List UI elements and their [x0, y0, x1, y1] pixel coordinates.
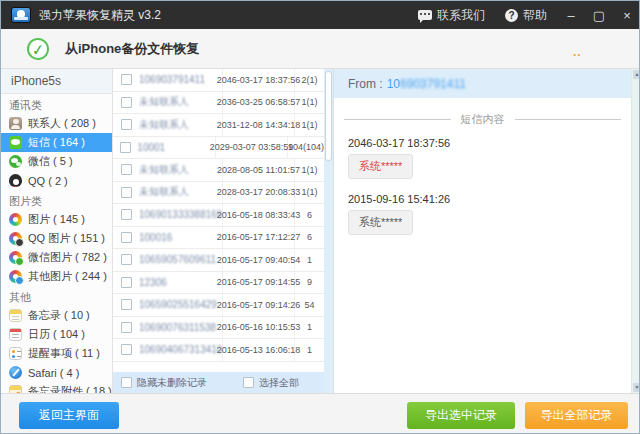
sidebar-item-qq[interactable]: QQ ( 2 ): [1, 171, 112, 190]
table-row[interactable]: 106900763115382016-05-16 10:15:531: [113, 317, 324, 340]
message-timestamp: 2015-09-16 15:41:26: [348, 193, 631, 205]
message-bubble: 系统*****: [348, 154, 413, 179]
close-button[interactable]: ×: [613, 1, 640, 29]
checkmark-circle-icon: ✓: [26, 36, 50, 60]
date-cell: 2016-05-17 09:14:26: [223, 294, 295, 316]
export-all-button[interactable]: 导出全部记录: [525, 402, 628, 429]
count-cell: 1(1): [295, 120, 324, 130]
select-all-checkbox[interactable]: [243, 377, 254, 388]
sms-conversation-table: 1069037914112046-03-17 18:37:562(1)未知联系人…: [113, 69, 324, 393]
qq-photos-icon: [9, 232, 22, 245]
sidebar-item-label: 联系人 ( 208 ): [28, 116, 96, 131]
sidebar-item-label: QQ 图片 ( 151 ): [28, 231, 105, 246]
table-row[interactable]: 1000162016-05-17 17:12:276: [113, 227, 324, 250]
row-checkbox[interactable]: [121, 97, 132, 108]
count-cell: 1: [295, 255, 324, 265]
sidebar-item-reminders[interactable]: 提醒事项 ( 11 ): [1, 344, 112, 363]
sender-cell: 1069040673134106: [139, 339, 223, 361]
count-cell: 1(1): [295, 97, 324, 107]
table-scrollbar[interactable]: [324, 69, 333, 393]
sender-cell: 12306: [139, 272, 223, 294]
table-row[interactable]: 100012029-03-07 03:58:59104(104): [113, 137, 324, 160]
sidebar-item-notes-attachments[interactable]: 备忘录附件 ( 18 ): [1, 382, 112, 393]
mode-toolbar: ✓ 从iPhone备份文件恢复 ..: [1, 29, 640, 69]
table-row[interactable]: 10690406731341062016-05-13 16:06:181: [113, 339, 324, 362]
row-checkbox[interactable]: [120, 142, 131, 153]
table-row[interactable]: 106590255164292016-05-17 09:14:2654: [113, 294, 324, 317]
row-checkbox[interactable]: [121, 232, 132, 243]
row-checkbox[interactable]: [121, 164, 132, 175]
sender-cell: 106901333388169: [139, 204, 223, 226]
row-checkbox[interactable]: [121, 299, 132, 310]
from-header: From : 106903791411: [334, 69, 631, 98]
help-label: 帮助: [523, 7, 547, 24]
sidebar-item-label: 日历 ( 104 ): [28, 327, 85, 342]
table-row[interactable]: 未知联系人2028-03-17 20:08:331(1): [113, 182, 324, 205]
count-cell: 1: [295, 322, 324, 332]
table-row[interactable]: 未知联系人2031-12-08 14:34:181(1): [113, 114, 324, 137]
chat-bubble-icon: [418, 10, 432, 20]
row-checkbox[interactable]: [121, 119, 132, 130]
row-checkbox[interactable]: [121, 187, 132, 198]
date-cell: 2028-03-17 20:08:33: [223, 182, 295, 204]
detail-scrollbar[interactable]: ▲ ▼: [631, 69, 640, 393]
table-scrollbar-thumb[interactable]: [325, 71, 332, 161]
row-checkbox[interactable]: [121, 254, 132, 265]
sidebar-item-qq-photos[interactable]: QQ 图片 ( 151 ): [1, 229, 112, 248]
qq-icon: [9, 174, 22, 187]
category-sidebar: iPhone5s 通讯类 联系人 ( 208 ) 短信 ( 164 ) 微信 (…: [1, 69, 113, 393]
hide-undeleted-checkbox[interactable]: [121, 377, 132, 388]
notes-attachment-icon: [9, 385, 22, 393]
table-row[interactable]: 1069037914112046-03-17 18:37:562(1): [113, 69, 324, 92]
date-cell: 2016-05-16 10:15:53: [223, 317, 295, 339]
sidebar-item-label: 微信图片 ( 782 ): [28, 250, 107, 265]
export-selected-button[interactable]: 导出选中记录: [407, 402, 515, 429]
sidebar-item-label: 备忘录 ( 10 ): [28, 308, 90, 323]
date-cell: 2016-05-18 08:33:43: [223, 204, 295, 226]
sender-cell: 106903791411: [139, 69, 223, 91]
message-item: 2015-09-16 15:41:26 系统*****: [348, 193, 631, 235]
count-cell: 54: [295, 300, 324, 310]
sms-icon: [9, 136, 22, 149]
row-checkbox[interactable]: [121, 74, 132, 85]
row-checkbox[interactable]: [121, 344, 132, 355]
date-cell: 2031-12-08 14:34:18: [223, 114, 295, 136]
section-divider: 短信内容: [344, 112, 621, 127]
device-name: iPhone5s: [1, 69, 112, 94]
sidebar-item-wechat[interactable]: 微信 ( 5 ): [1, 152, 112, 171]
date-cell: 2029-03-07 03:58:59: [216, 137, 288, 159]
scroll-down-arrow-icon[interactable]: ▼: [633, 383, 640, 392]
minimize-button[interactable]: –: [557, 1, 585, 29]
back-to-main-button[interactable]: 返回主界面: [19, 402, 119, 429]
sidebar-item-photos[interactable]: 图片 ( 145 ): [1, 210, 112, 229]
app-window: { "window": { "title": "强力苹果恢复精灵 v3.2", …: [0, 0, 640, 434]
row-checkbox[interactable]: [121, 277, 132, 288]
contact-us-button[interactable]: 联系我们: [408, 1, 495, 29]
sender-cell: 未知联系人: [139, 159, 223, 181]
sidebar-item-sms[interactable]: 短信 ( 164 ): [1, 133, 112, 152]
scroll-up-arrow-icon[interactable]: ▲: [633, 70, 640, 79]
select-all-checkbox-group[interactable]: 选择全部: [235, 376, 299, 390]
row-checkbox[interactable]: [121, 322, 132, 333]
safari-icon: [9, 366, 22, 379]
sidebar-item-calendar[interactable]: 日历 ( 104 ): [1, 325, 112, 344]
help-button[interactable]: ? 帮助: [495, 1, 557, 29]
table-row[interactable]: 未知联系人2036-03-25 06:58:571(1): [113, 92, 324, 115]
table-row[interactable]: 106590576096112016-05-17 09:40:541: [113, 249, 324, 272]
maximize-button[interactable]: ▢: [585, 1, 613, 29]
table-row[interactable]: 1069013333881692016-05-18 08:33:436: [113, 204, 324, 227]
table-row[interactable]: 未知联系人2028-08-05 11:01:571(1): [113, 159, 324, 182]
from-number: 106903791411: [387, 77, 466, 91]
sidebar-item-safari[interactable]: Safari ( 4 ): [1, 363, 112, 382]
row-checkbox[interactable]: [121, 209, 132, 220]
date-cell: 2028-08-05 11:01:57: [223, 159, 295, 181]
app-logo-icon: [11, 7, 31, 23]
sidebar-item-contacts[interactable]: 联系人 ( 208 ): [1, 114, 112, 133]
sidebar-item-label: 其他图片 ( 244 ): [28, 269, 107, 284]
sidebar-item-wechat-photos[interactable]: 微信图片 ( 782 ): [1, 248, 112, 267]
table-row[interactable]: 123062016-05-17 09:14:559: [113, 272, 324, 295]
sidebar-item-other-photos[interactable]: 其他图片 ( 244 ): [1, 267, 112, 286]
hide-undeleted-checkbox-group[interactable]: 隐藏未删除记录: [113, 376, 207, 390]
select-all-label: 选择全部: [259, 376, 299, 390]
sidebar-item-notes[interactable]: 备忘录 ( 10 ): [1, 306, 112, 325]
